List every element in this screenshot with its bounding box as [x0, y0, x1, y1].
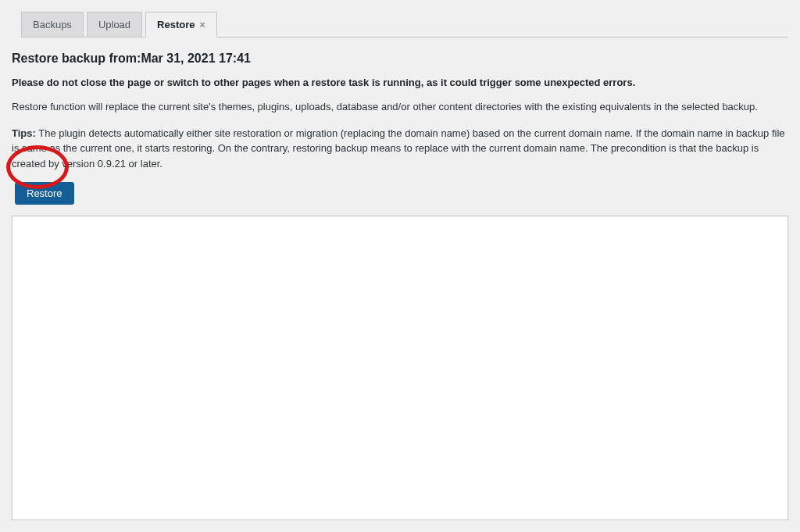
tab-backups[interactable]: Backups: [21, 12, 84, 37]
tips-body: The plugin detects automatically either …: [12, 127, 785, 170]
log-output: [12, 216, 788, 520]
close-icon[interactable]: ×: [200, 20, 205, 30]
tips-label: Tips:: [12, 127, 36, 139]
heading-prefix: Restore backup from:: [12, 52, 141, 65]
restore-button[interactable]: Restore: [15, 182, 74, 205]
heading-date: Mar 31, 2021 17:41: [141, 52, 251, 65]
tab-restore-label: Restore: [157, 19, 195, 30]
description-text: Restore function will replace the curren…: [12, 99, 788, 115]
restore-panel: Restore backup from:Mar 31, 2021 17:41 P…: [12, 37, 788, 520]
page-title: Restore backup from:Mar 31, 2021 17:41: [12, 52, 788, 66]
tab-upload-label: Upload: [98, 19, 130, 30]
tab-upload[interactable]: Upload: [87, 12, 142, 37]
tab-bar: Backups Upload Restore ×: [21, 12, 788, 37]
tips-text: Tips: The plugin detects automatically e…: [12, 126, 788, 172]
warning-text: Please do not close the page or switch t…: [12, 77, 788, 88]
tab-backups-label: Backups: [33, 19, 72, 30]
tab-restore[interactable]: Restore ×: [145, 12, 216, 37]
